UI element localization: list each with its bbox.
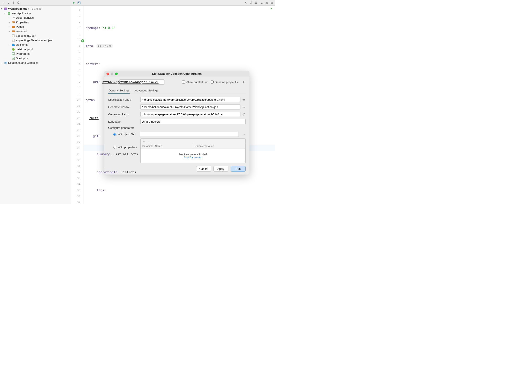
sidebar-file-appsettings[interactable]: {} appsettings.json: [0, 33, 71, 38]
main-toolbar: ⬚ ⤓ ⤒ ↻ ⇵ ☰ ≣ ▧ ▦: [0, 0, 275, 6]
svg-rect-29: [5, 62, 6, 64]
collapse-icon[interactable]: ⬚: [1, 1, 5, 5]
image2-icon[interactable]: ▦: [270, 1, 274, 5]
svg-rect-4: [78, 2, 79, 3]
sidebar-file-program[interactable]: C# Program.cs: [0, 51, 71, 56]
gen-to-input[interactable]: [140, 104, 240, 109]
svg-point-23: [12, 48, 15, 51]
param-value-col: Parameter Value: [193, 144, 246, 149]
with-props-label: With properties:: [118, 145, 137, 149]
list2-icon[interactable]: ≣: [259, 1, 264, 5]
remove-icon[interactable]: −: [148, 139, 152, 143]
param-name-col: Parameter Name: [141, 144, 193, 149]
add-icon[interactable]: ＋: [142, 139, 146, 143]
svg-rect-22: [13, 44, 14, 44]
ok-check-icon: ✔: [270, 7, 273, 10]
tab-general[interactable]: General Settings: [108, 88, 130, 94]
gen-to-label: Generate files to:: [108, 105, 140, 109]
svg-text:C#: C#: [12, 53, 14, 55]
line-gutter: 1278910111213141516171819202122232425262…: [71, 6, 84, 204]
dialog-titlebar: Edit Swagger Codegen Configuration: [104, 71, 249, 77]
run-icon[interactable]: [72, 1, 76, 5]
sync-icon[interactable]: ↻: [244, 1, 248, 5]
svg-point-33: [243, 114, 244, 115]
codegen-dialog: Edit Swagger Codegen Configuration Name:…: [104, 71, 249, 175]
svg-line-10: [13, 18, 14, 18]
svg-marker-2: [73, 2, 75, 4]
svg-text:C#: C#: [8, 13, 10, 15]
sidebar-item-dependencies[interactable]: ▸ Dependencies: [0, 15, 71, 20]
folder-icon[interactable]: ▭: [242, 105, 246, 109]
sidebar-file-petstore[interactable]: petstore.yaml: [0, 47, 71, 51]
svg-text:{}: {}: [12, 35, 13, 37]
sidebar-item-wwwroot[interactable]: ▸ wwwroot: [0, 29, 71, 33]
image-icon[interactable]: ▧: [265, 1, 269, 5]
svg-text:C#: C#: [12, 58, 14, 60]
window-minimize-icon[interactable]: [111, 73, 113, 75]
svg-rect-14: [12, 26, 15, 28]
solution-node[interactable]: ▾ WebApplication · 1 project: [0, 6, 71, 11]
svg-point-8: [12, 18, 13, 19]
tab-advanced[interactable]: Advanced Settings: [135, 88, 159, 94]
solution-suffix: · 1 project: [29, 7, 42, 10]
svg-rect-13: [12, 22, 13, 23]
svg-rect-15: [12, 30, 15, 32]
svg-point-9: [14, 17, 15, 18]
sidebar-file-dockerfile[interactable]: ▸ Dockerfile: [0, 42, 71, 47]
dialog-title: Edit Swagger Codegen Configuration: [152, 72, 202, 75]
svg-point-0: [17, 1, 19, 3]
project-name: WebApplication: [12, 12, 31, 15]
window-zoom-icon[interactable]: [115, 73, 118, 75]
expand-down-icon[interactable]: ⤓: [6, 1, 10, 5]
svg-rect-21: [12, 44, 13, 44]
with-props-radio[interactable]: [113, 146, 116, 149]
sidebar-scratches[interactable]: ▸ Scratches and Consoles: [0, 61, 71, 65]
svg-line-1: [19, 3, 20, 4]
sidebar-file-startup[interactable]: C# Startup.cs: [0, 56, 71, 61]
compare-icon[interactable]: ⇵: [249, 1, 253, 5]
window-close-icon[interactable]: [107, 73, 109, 75]
sidebar-item-properties[interactable]: ▸ Properties: [0, 20, 71, 24]
config-gen-label: Configure generator:: [108, 126, 140, 130]
svg-rect-11: [12, 21, 15, 23]
expand-up-icon[interactable]: ⤒: [11, 1, 15, 5]
search-icon[interactable]: [16, 1, 21, 5]
sidebar-item-pages[interactable]: ▸ Pages: [0, 24, 71, 29]
gutter-run-icon[interactable]: [81, 39, 84, 42]
project-node[interactable]: ▾ C# WebApplication: [0, 11, 71, 15]
dialog-tabs: General Settings Advanced Settings: [108, 88, 246, 94]
svg-rect-5: [4, 8, 7, 10]
preview-icon[interactable]: [77, 1, 81, 5]
svg-text:{}: {}: [12, 40, 13, 41]
sidebar-file-appsettings-dev[interactable]: {} appsettings.Development.json: [0, 38, 71, 42]
project-sidebar: ▾ WebApplication · 1 project ▾ C# WebApp…: [0, 6, 71, 204]
svg-rect-12: [12, 22, 13, 22]
parameters-table: ＋ − Parameter Name Parameter Value No Pa…: [140, 139, 246, 163]
svg-rect-20: [12, 44, 15, 46]
solution-name: WebApplication: [8, 7, 29, 10]
list-icon[interactable]: ☰: [254, 1, 258, 5]
